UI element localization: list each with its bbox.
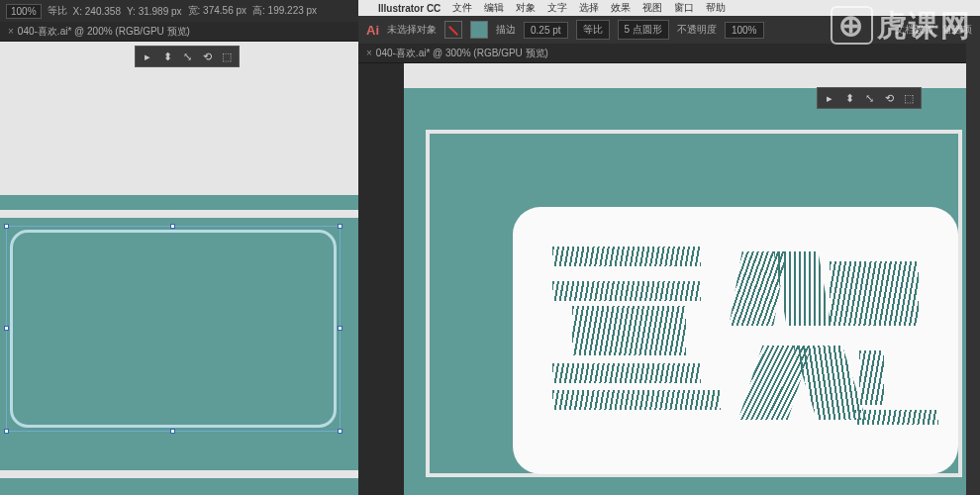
menu-help[interactable]: 帮助 (706, 1, 726, 15)
sel-rotate-icon[interactable]: ⟲ (882, 91, 896, 105)
handle-sw[interactable] (4, 429, 9, 434)
white-rounded-panel (513, 207, 958, 474)
info-w: 宽: 374.56 px (188, 4, 246, 18)
sel-arrow-icon[interactable]: ▸ (823, 91, 836, 105)
selection-bounding-box[interactable] (6, 226, 341, 432)
fill-swatch[interactable] (444, 21, 462, 39)
stroke-weight-input[interactable]: 0.25 pt (524, 22, 568, 39)
menu-view[interactable]: 视图 (642, 1, 662, 15)
left-document-window: 100% 等比 X: 240.358 Y: 31.989 px 宽: 374.5… (0, 0, 358, 495)
right-canvas[interactable] (404, 63, 980, 495)
sel-scale-icon[interactable]: ⤡ (180, 50, 194, 63)
opacity-input[interactable]: 100% (725, 22, 764, 39)
handle-w[interactable] (4, 326, 9, 331)
handle-s[interactable] (170, 429, 175, 434)
menu-window[interactable]: 窗口 (674, 1, 694, 15)
tab-close-icon[interactable]: × (366, 48, 372, 58)
no-selection-label: 未选择对象 (387, 23, 437, 37)
right-mini-toolbar[interactable]: ▸ ⬍ ⤡ ⟲ ⬚ (817, 87, 922, 109)
tab-title: 040-喜欢.ai* @ 200% (RGB/GPU 预览) (18, 25, 190, 39)
menu-edit[interactable]: 编辑 (484, 1, 504, 15)
sel-more-icon[interactable]: ⬚ (902, 91, 916, 105)
right-document-window: × 040-喜欢.ai* @ 300% (RGB/GPU 预览) (358, 44, 980, 495)
right-document-tab[interactable]: × 040-喜欢.ai* @ 300% (RGB/GPU 预览) (358, 44, 980, 63)
watermark-text: ⊕虎课网 (831, 6, 972, 47)
sel-arrow-icon[interactable]: ▸ (141, 50, 154, 63)
opacity-label: 不透明度 (677, 23, 717, 37)
info-x: X: 240.358 (73, 6, 121, 17)
handle-e[interactable] (338, 326, 343, 331)
menu-file[interactable]: 文件 (452, 1, 472, 15)
handle-nw[interactable] (4, 224, 9, 229)
info-label: 等比 (48, 4, 67, 18)
handle-ne[interactable] (338, 224, 343, 229)
left-canvas[interactable] (0, 42, 358, 495)
handle-n[interactable] (170, 224, 175, 229)
menu-object[interactable]: 对象 (516, 1, 536, 15)
stroke-swatch[interactable] (470, 21, 488, 39)
handle-se[interactable] (338, 429, 343, 434)
brush-style-select[interactable]: 5 点圆形 (618, 20, 669, 40)
menu-type[interactable]: 文字 (547, 1, 567, 15)
artboard-background (404, 88, 980, 495)
tab-title: 040-喜欢.ai* @ 300% (RGB/GPU 预览) (376, 47, 548, 60)
tab-close-icon[interactable]: × (8, 26, 14, 37)
app-badge-icon: Ai (366, 23, 379, 38)
sel-more-icon[interactable]: ⬚ (220, 50, 234, 63)
artwork-strip (0, 195, 358, 210)
stroke-label: 描边 (496, 23, 516, 37)
info-y: Y: 31.989 px (127, 6, 182, 17)
sel-move-icon[interactable]: ⬍ (842, 91, 856, 105)
left-control-bar: 100% 等比 X: 240.358 Y: 31.989 px 宽: 374.5… (0, 0, 358, 22)
sel-rotate-icon[interactable]: ⟲ (200, 50, 214, 63)
menu-select[interactable]: 选择 (579, 1, 599, 15)
app-name[interactable]: Illustrator CC (378, 3, 441, 14)
left-mini-toolbar[interactable]: ▸ ⬍ ⤡ ⟲ ⬚ (135, 46, 240, 67)
uniform-select[interactable]: 等比 (576, 20, 610, 40)
left-document-tab[interactable]: × 040-喜欢.ai* @ 200% (RGB/GPU 预览) (0, 22, 358, 42)
sel-scale-icon[interactable]: ⤡ (862, 91, 876, 105)
zoom-select[interactable]: 100% (6, 4, 42, 19)
info-h: 高: 199.223 px (252, 4, 317, 18)
artwork-strip-bottom (0, 478, 358, 495)
right-panel-dock[interactable] (966, 44, 980, 495)
sel-move-icon[interactable]: ⬍ (160, 50, 174, 63)
menu-effect[interactable]: 效果 (611, 1, 631, 15)
